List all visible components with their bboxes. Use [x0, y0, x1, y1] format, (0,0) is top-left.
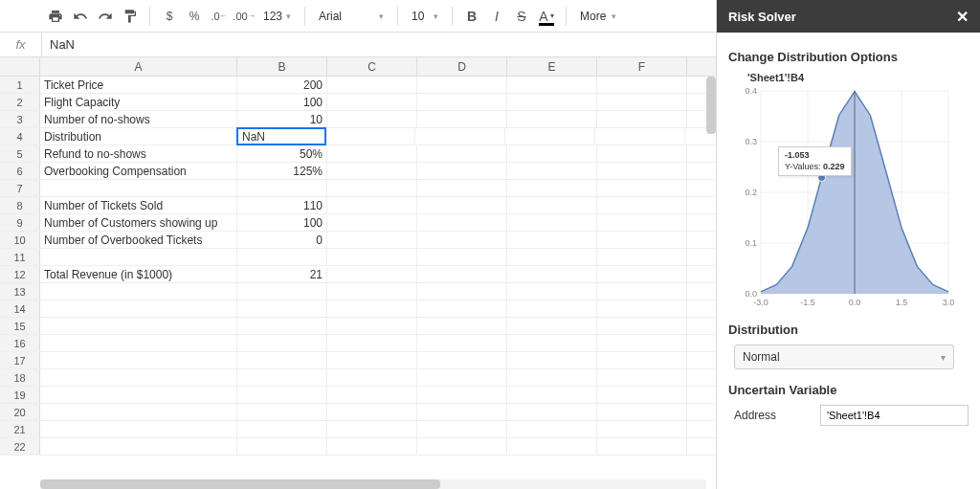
cell[interactable]	[507, 421, 597, 437]
cell[interactable]	[507, 352, 597, 368]
cell[interactable]: Number of Tickets Sold	[40, 197, 237, 213]
col-header-c[interactable]: C	[327, 57, 417, 76]
text-color-button[interactable]: A▾	[535, 5, 558, 28]
cell[interactable]	[40, 335, 237, 351]
print-button[interactable]	[44, 5, 67, 28]
row-header[interactable]: 12	[0, 266, 40, 282]
cell[interactable]: Overbooking Compensation	[40, 163, 237, 179]
bold-button[interactable]: B	[460, 5, 483, 28]
row-header[interactable]: 10	[0, 232, 40, 248]
cell[interactable]	[417, 421, 507, 437]
cell[interactable]	[597, 266, 687, 282]
cell[interactable]	[237, 421, 327, 437]
cell[interactable]: Total Revenue (in $1000)	[40, 266, 237, 282]
cell[interactable]	[417, 438, 507, 455]
row-header[interactable]: 2	[0, 94, 40, 110]
cell[interactable]	[327, 77, 417, 93]
font-dropdown[interactable]: Arial▾	[313, 5, 390, 28]
cell[interactable]	[597, 180, 687, 196]
cell[interactable]: NaN	[236, 127, 326, 145]
cell[interactable]: 100	[237, 94, 327, 110]
distribution-select[interactable]: Normal ▾	[734, 345, 954, 369]
row-header[interactable]: 20	[0, 404, 40, 420]
cell[interactable]	[597, 94, 687, 110]
row-header[interactable]: 3	[0, 111, 40, 127]
cell[interactable]: 125%	[237, 163, 327, 179]
cell[interactable]	[327, 404, 417, 420]
close-icon[interactable]: ✕	[956, 8, 969, 26]
cell[interactable]	[597, 214, 687, 231]
cell[interactable]	[597, 197, 687, 213]
cell[interactable]: Number of Customers showing up	[40, 214, 237, 231]
cell[interactable]	[40, 318, 237, 334]
paint-format-button[interactable]	[119, 5, 142, 28]
cell[interactable]	[597, 249, 687, 265]
cell[interactable]	[507, 404, 597, 420]
cell[interactable]	[417, 197, 507, 213]
increase-decimal-button[interactable]: .00→	[233, 5, 256, 28]
cell[interactable]	[507, 111, 597, 127]
row-header[interactable]: 18	[0, 369, 40, 386]
italic-button[interactable]: I	[485, 5, 508, 28]
cell[interactable]: 10	[237, 111, 327, 127]
currency-button[interactable]: $	[158, 5, 181, 28]
cell[interactable]	[237, 352, 327, 368]
cell[interactable]: Number of Overbooked Tickets	[40, 232, 237, 248]
horizontal-scrollbar-thumb[interactable]	[40, 479, 440, 489]
col-header-f[interactable]: F	[597, 57, 687, 76]
cell[interactable]	[327, 300, 417, 317]
cell[interactable]	[417, 300, 507, 317]
cell[interactable]	[597, 163, 687, 179]
cell[interactable]	[40, 421, 237, 437]
cell[interactable]	[417, 335, 507, 351]
grid[interactable]: 1Ticket Price2002Flight Capacity1003Numb…	[0, 77, 716, 489]
cell[interactable]: Flight Capacity	[40, 94, 237, 110]
cell[interactable]	[507, 369, 597, 386]
cell[interactable]	[237, 335, 327, 351]
row-header[interactable]: 22	[0, 438, 40, 455]
cell[interactable]: Number of no-shows	[40, 111, 237, 127]
cell[interactable]	[417, 266, 507, 282]
strikethrough-button[interactable]: S	[510, 5, 533, 28]
cell[interactable]	[417, 214, 507, 231]
cell[interactable]: Ticket Price	[40, 77, 237, 93]
cell[interactable]	[327, 214, 417, 231]
row-header[interactable]: 21	[0, 421, 40, 437]
cell[interactable]	[417, 249, 507, 265]
cell[interactable]	[237, 387, 327, 403]
cell[interactable]	[597, 352, 687, 368]
decrease-decimal-button[interactable]: .0←	[208, 5, 231, 28]
font-size-dropdown[interactable]: 10▾	[406, 5, 444, 28]
cell[interactable]	[417, 145, 507, 162]
cell[interactable]	[237, 249, 327, 265]
cell[interactable]	[327, 352, 417, 368]
cell[interactable]	[507, 197, 597, 213]
cell[interactable]	[417, 94, 507, 110]
cell[interactable]	[40, 369, 237, 386]
cell[interactable]	[597, 387, 687, 403]
row-header[interactable]: 5	[0, 145, 40, 162]
cell[interactable]	[325, 128, 415, 144]
cell[interactable]	[597, 438, 687, 455]
cell[interactable]	[327, 318, 417, 334]
cell[interactable]	[507, 214, 597, 231]
cell[interactable]	[417, 404, 507, 420]
cell[interactable]	[507, 163, 597, 179]
cell[interactable]	[237, 300, 327, 317]
cell[interactable]	[327, 180, 417, 196]
cell[interactable]: Distribution	[40, 128, 237, 144]
cell[interactable]	[507, 232, 597, 248]
cell[interactable]	[327, 369, 417, 386]
cell[interactable]	[597, 283, 687, 300]
cell[interactable]	[237, 283, 327, 300]
cell[interactable]	[327, 163, 417, 179]
cell[interactable]	[507, 249, 597, 265]
cell[interactable]	[507, 145, 597, 162]
cell[interactable]: 110	[237, 197, 327, 213]
cell[interactable]	[327, 283, 417, 300]
cell[interactable]	[507, 387, 597, 403]
cell[interactable]	[40, 180, 237, 196]
cell[interactable]	[327, 232, 417, 248]
cell[interactable]	[507, 77, 597, 93]
cell[interactable]	[327, 421, 417, 437]
